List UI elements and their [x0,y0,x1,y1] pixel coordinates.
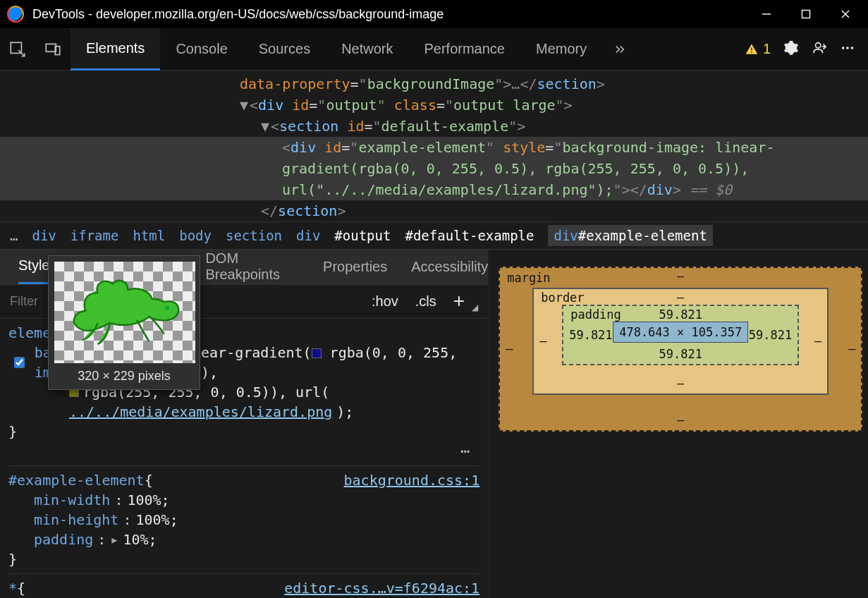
box-model-panel: margin – – – – border – – – – padding 59… [489,250,868,598]
tab-memory[interactable]: Memory [520,28,602,71]
svg-point-10 [842,47,845,49]
hov-toggle[interactable]: :hov [372,293,398,310]
source-link[interactable]: editor-css.…v=f6294ac:1 [284,578,479,598]
tab-network[interactable]: Network [326,28,408,71]
breadcrumb[interactable]: … div iframe html body section div #outp… [0,221,868,250]
selected-dom-node[interactable]: <div id="example-element" style="backgro… [0,137,868,158]
app-icon [7,6,24,23]
svg-rect-7 [751,47,752,50]
main-toolbar: Elements Console Sources Network Perform… [0,28,868,71]
tooltip-caption: 320 × 229 pixels [54,363,194,384]
warning-count: 1 [763,41,771,57]
color-swatch-icon[interactable] [312,348,322,358]
panel-tabs: Elements Console Sources Network Perform… [71,28,602,71]
breadcrumb-item[interactable]: div [296,228,320,243]
more-options-icon[interactable] [840,40,855,59]
dom-tree[interactable]: data-property="backgroundImage">…</secti… [0,71,868,221]
tab-sources[interactable]: Sources [243,28,326,71]
device-icon[interactable] [35,28,71,71]
breadcrumb-item[interactable]: body [179,228,212,243]
window-title: DevTools - developer.mozilla.org/en-US/d… [32,7,747,22]
more-tabs-icon[interactable] [602,28,637,71]
box-model-margin[interactable]: margin – – – – border – – – – padding 59… [499,267,862,432]
image-preview-tooltip: 320 × 229 pixels [48,255,200,390]
box-model-padding[interactable]: padding 59.821 59.821 59.821 59.821 478.… [562,305,799,365]
inspect-icon[interactable] [0,28,35,71]
rule-more-icon[interactable]: ⋯ [8,441,479,461]
svg-rect-5 [46,44,56,51]
box-model-border[interactable]: border – – – – padding 59.821 59.821 59.… [532,288,829,395]
window-titlebar: DevTools - developer.mozilla.org/en-US/d… [0,0,868,28]
lizard-image-icon [61,269,188,356]
source-link[interactable]: background.css:1 [344,470,480,490]
svg-rect-8 [751,51,752,53]
subtab-dom-breakpoints[interactable]: DOM Breakpoints [205,250,299,283]
tab-performance[interactable]: Performance [409,28,521,71]
svg-point-9 [816,42,821,47]
box-model-content[interactable]: 478.643 × 105.357 [613,322,748,343]
maximize-button[interactable] [786,0,826,28]
profile-icon[interactable] [812,40,827,59]
breadcrumb-item[interactable]: section [226,228,282,243]
style-rule[interactable]: #example-element { background.css:1 min-… [8,470,479,574]
corner-icon[interactable]: ◢ [472,303,478,312]
url-link[interactable]: ../../media/examples/lizard.png [69,402,332,422]
warning-badge[interactable]: 1 [745,41,771,57]
breadcrumb-item[interactable]: iframe [71,228,119,243]
tab-elements[interactable]: Elements [71,28,160,71]
minimize-button[interactable] [747,0,786,28]
styles-pane: Styles DOM Breakpoints Properties Access… [0,250,489,598]
breadcrumb-overflow-icon[interactable]: … [10,228,18,243]
svg-point-12 [851,47,854,49]
style-rule[interactable]: * { editor-css.…v=f6294ac:1 [8,578,479,598]
settings-icon[interactable] [783,40,799,59]
cls-toggle[interactable]: .cls [415,293,436,310]
close-button[interactable] [826,0,865,28]
breadcrumb-item[interactable]: div [32,228,56,243]
prop-toggle[interactable] [14,357,25,368]
svg-point-11 [846,47,849,49]
breadcrumb-item[interactable]: #default-example [405,228,534,243]
breadcrumb-item[interactable]: #output [334,228,391,243]
breadcrumb-item[interactable]: html [133,228,165,243]
breadcrumb-item-selected[interactable]: div#example-element [548,225,712,246]
svg-rect-1 [802,11,810,18]
svg-point-13 [165,306,169,310]
new-rule-button[interactable]: + [453,290,465,312]
tab-console[interactable]: Console [160,28,243,71]
subtab-accessibility[interactable]: Accessibility [411,259,488,275]
subtab-properties[interactable]: Properties [323,259,387,275]
